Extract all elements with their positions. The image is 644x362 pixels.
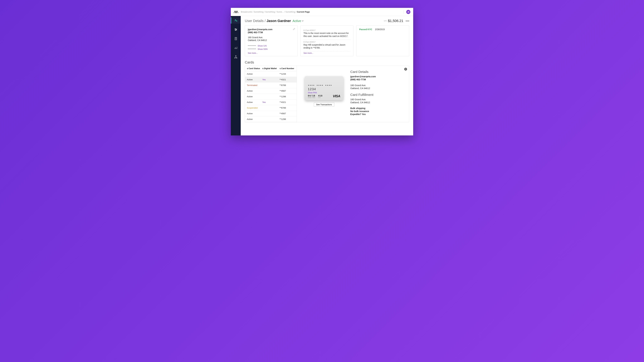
page-header: User Details / Jason Gardner Active GPA … bbox=[241, 16, 413, 24]
page-title-prefix: User Details / bbox=[245, 19, 266, 23]
sidebar-item-org[interactable] bbox=[231, 54, 241, 60]
cards-table: ⇅Card Status ⇅Digital Wallet ⇅Card Numbe… bbox=[245, 66, 297, 122]
edit-icon[interactable] bbox=[293, 28, 295, 31]
cell-number: **4567 bbox=[280, 90, 297, 92]
cell-status: Active bbox=[245, 78, 262, 81]
page-title-name: Jason Gardner bbox=[266, 19, 291, 23]
gpa-label: GPA bbox=[384, 20, 387, 22]
note-body: Ray Hill suspended a virtual card for Ja… bbox=[304, 43, 350, 49]
card-brand-icon: VISA bbox=[333, 94, 340, 98]
contact-addr1: 180 Grand Ave. bbox=[248, 36, 295, 39]
card-cvv-label: CVV bbox=[318, 97, 322, 98]
card-detail-text: Card Details jgardner@marqeta.com (888) … bbox=[350, 70, 376, 119]
svg-point-0 bbox=[235, 19, 236, 20]
contact-addr2: Oakland, CA 94612 bbox=[248, 39, 295, 41]
breadcrumb-path[interactable]: Breadcrumb / Something / Something / Som… bbox=[241, 11, 297, 13]
card-details-heading: Card Details bbox=[350, 70, 376, 74]
cell-status: Active bbox=[245, 73, 262, 75]
cell-status: Active bbox=[245, 101, 262, 103]
col-card-number[interactable]: ⇅Card Number bbox=[280, 67, 297, 70]
f-addr2: Oakland, CA 94612 bbox=[350, 101, 376, 104]
table-row[interactable]: Active**1234 bbox=[245, 71, 297, 77]
topbar: Breadcrumb / Something / Something / Som… bbox=[231, 8, 413, 16]
contact-panel: jgardner@marqeta.com (888) 462-7738 180 … bbox=[245, 25, 298, 56]
note-meta: 8:17pm 8/20/17 bbox=[304, 41, 350, 43]
notes-panel: 8:17pm 8/20/17This is the most recent no… bbox=[300, 25, 353, 56]
avatar[interactable]: JB bbox=[406, 10, 410, 14]
status-dropdown[interactable]: Active bbox=[292, 19, 304, 23]
chevron-down-icon bbox=[302, 20, 304, 22]
note-meta: 8:17pm 8/20/17 bbox=[304, 29, 350, 31]
cell-number: **1298 bbox=[280, 95, 297, 98]
kyc-status: Passed KYC bbox=[359, 28, 372, 31]
expedite: Expedite? Yes bbox=[350, 113, 376, 115]
card-exp-label: GOOD THRU bbox=[308, 97, 315, 98]
note-item: 8:17pm 8/20/17This is the most recent no… bbox=[304, 28, 350, 40]
topbar-divider bbox=[404, 10, 404, 14]
table-row[interactable]: Terminated**6789 bbox=[245, 82, 297, 88]
cards-section-title: Cards bbox=[241, 56, 413, 66]
more-menu-icon[interactable] bbox=[406, 20, 409, 21]
app-shell: Breadcrumb / Something / Something / Som… bbox=[231, 8, 413, 135]
notes-see-more[interactable]: See more... bbox=[304, 52, 313, 54]
svg-point-1 bbox=[236, 20, 237, 21]
sidebar-item-user-search[interactable] bbox=[231, 17, 241, 23]
sidebar-item-receipts[interactable] bbox=[231, 35, 241, 42]
cell-status: Terminated bbox=[245, 84, 262, 86]
cell-status: Suspended bbox=[245, 107, 262, 109]
svg-point-4 bbox=[235, 30, 236, 31]
show-pan-link[interactable]: Show PAN bbox=[308, 92, 340, 94]
table-row[interactable]: Active**1298 bbox=[245, 94, 297, 99]
card-detail-pane: ✕ **** **** **** 1234 Show PAN 04/18 GOO… bbox=[297, 66, 409, 122]
table-row[interactable]: Active**4567 bbox=[245, 88, 297, 94]
table-row[interactable]: Active**4567 bbox=[245, 111, 297, 116]
bulk-issuance: No bulk issuance bbox=[350, 110, 376, 112]
card-cvv: 418 bbox=[318, 95, 322, 97]
contact-see-more[interactable]: See more... bbox=[248, 52, 258, 54]
show-uai-link[interactable]: Show UAI bbox=[258, 45, 267, 47]
ssn-masked: ********** bbox=[248, 48, 256, 50]
cell-status: Active bbox=[245, 118, 262, 120]
close-icon[interactable]: ✕ bbox=[404, 68, 407, 70]
col-digital-wallet[interactable]: ⇅Digital Wallet bbox=[262, 67, 280, 70]
breadcrumb[interactable]: Breadcrumb / Something / Something / Som… bbox=[241, 11, 310, 13]
table-row[interactable]: Active**1298 bbox=[245, 116, 297, 122]
cell-number: **1234 bbox=[280, 73, 297, 75]
table-row[interactable]: Suspended**6789 bbox=[245, 105, 297, 111]
svg-point-3 bbox=[236, 29, 237, 30]
svg-point-5 bbox=[235, 55, 236, 56]
cell-number: **4567 bbox=[280, 112, 297, 115]
note-item: 8:17pm 8/20/17Ray Hill suspended a virtu… bbox=[304, 40, 350, 51]
see-transactions-button[interactable]: See Transactions bbox=[314, 103, 334, 106]
main-content: User Details / Jason Gardner Active GPA … bbox=[241, 16, 413, 135]
cell-number: **6789 bbox=[280, 107, 297, 109]
cell-status: Active bbox=[245, 112, 262, 115]
show-ssn-link[interactable]: Show SSN bbox=[258, 48, 268, 50]
cell-number: **4321 bbox=[280, 78, 297, 81]
col-card-status[interactable]: ⇅Card Status bbox=[245, 67, 262, 70]
contact-phone: (888) 462-7738 bbox=[248, 31, 295, 34]
kyc-date: 2/28/2015 bbox=[375, 28, 385, 31]
fulfillment-heading: Card Fulfillment bbox=[350, 93, 376, 97]
sidebar-item-analytics[interactable] bbox=[231, 45, 241, 51]
cell-wallet: Yes bbox=[262, 78, 280, 81]
table-row[interactable]: ActiveYes**4321 bbox=[245, 77, 297, 82]
cell-status: Active bbox=[245, 90, 262, 92]
svg-point-2 bbox=[235, 28, 236, 29]
f-addr1: 180 Grand Ave. bbox=[350, 98, 376, 101]
table-row[interactable]: ActiveYes**4321 bbox=[245, 99, 297, 105]
detail-addr1: 180 Grand Ave. bbox=[350, 84, 376, 87]
contact-email: jgardner@marqeta.com bbox=[248, 28, 295, 31]
breadcrumb-current: Current Page bbox=[297, 11, 310, 13]
cell-number: **1298 bbox=[280, 118, 297, 120]
card-visual: **** **** **** 1234 Show PAN 04/18 GOOD … bbox=[305, 76, 344, 100]
status-label: Active bbox=[292, 19, 301, 23]
cell-status: Active bbox=[245, 95, 262, 98]
logo-icon bbox=[234, 10, 238, 13]
card-exp: 04/18 bbox=[308, 95, 315, 97]
detail-email: jgardner@marqeta.com bbox=[350, 75, 376, 78]
cell-number: **4321 bbox=[280, 101, 297, 103]
sidebar-item-settings[interactable] bbox=[231, 26, 241, 33]
kyc-panel: Passed KYC 2/28/2015 bbox=[356, 25, 409, 56]
cards-wrap: ⇅Card Status ⇅Digital Wallet ⇅Card Numbe… bbox=[245, 66, 409, 122]
